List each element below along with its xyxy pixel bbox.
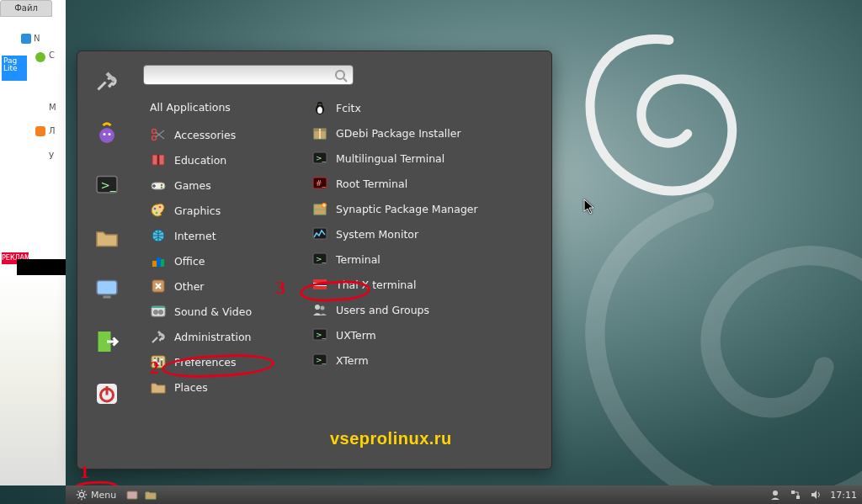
category-office[interactable]: Office — [143, 248, 296, 273]
category-label: Administration — [174, 331, 251, 343]
category-label: Education — [174, 154, 226, 167]
app-label: System Monitor — [336, 228, 418, 241]
users-icon — [311, 301, 328, 318]
folder-icon — [150, 379, 167, 395]
palette-icon — [150, 202, 167, 219]
favorite-terminal[interactable]: >_ — [93, 171, 121, 199]
category-internet[interactable]: Internet — [143, 223, 296, 248]
app-users[interactable]: Users and Groups — [305, 297, 551, 322]
favorite-logout[interactable] — [93, 327, 121, 356]
rootterm-icon: #_ — [311, 175, 328, 192]
category-other[interactable]: Other — [143, 273, 296, 299]
app-uxterm[interactable]: >_UXTerm — [305, 322, 551, 347]
svg-point-37 — [160, 358, 162, 360]
panel-show-desktop-icon[interactable] — [126, 489, 138, 501]
menu-search[interactable] — [143, 65, 354, 85]
category-accessories[interactable]: Accessories — [143, 122, 296, 147]
category-label: Places — [174, 381, 208, 394]
category-preferences[interactable]: Preferences — [143, 349, 296, 374]
category-label: Other — [174, 280, 205, 293]
app-label: Multilingual Terminal — [336, 152, 444, 165]
tray-network-icon[interactable] — [790, 489, 801, 501]
left-cropped-strip: Файл N Pag Lite C M Л У РЕКЛАМА — [0, 0, 66, 485]
app-fcitx[interactable]: Fcitx — [305, 95, 551, 120]
svg-point-17 — [161, 184, 162, 186]
svg-point-60 — [321, 306, 325, 310]
favorite-settings[interactable] — [93, 66, 121, 95]
svg-text:>_: >_ — [101, 178, 116, 192]
games-icon — [150, 177, 167, 194]
globe-icon — [150, 227, 167, 244]
clock[interactable]: 17:11 — [830, 490, 857, 501]
term-icon: >_ — [311, 251, 328, 268]
application-menu: >_ All Applications AccessoriesEducation… — [77, 50, 552, 470]
category-education[interactable]: Education — [143, 147, 296, 172]
svg-line-71 — [84, 497, 85, 498]
svg-point-35 — [153, 358, 156, 361]
svg-point-65 — [79, 492, 83, 496]
logout-icon — [94, 329, 120, 354]
termfav-icon: >_ — [94, 172, 120, 198]
app-label: Terminal — [336, 253, 380, 266]
svg-point-1 — [104, 133, 106, 135]
shutdown-icon — [94, 381, 120, 406]
app-thaix[interactable]: Thai X terminal — [305, 272, 551, 297]
svg-rect-58 — [313, 286, 327, 289]
app-terminal[interactable]: >_Terminal — [305, 247, 551, 272]
favorite-shutdown[interactable] — [93, 379, 121, 408]
menu-all-applications[interactable]: All Applications — [143, 95, 296, 120]
all-applications-label: All Applications — [150, 101, 231, 114]
svg-point-19 — [154, 208, 157, 210]
penguin-icon — [311, 99, 328, 116]
svg-text:>_: >_ — [316, 331, 327, 339]
svg-rect-23 — [152, 261, 157, 267]
category-places[interactable]: Places — [143, 374, 296, 400]
category-graphics[interactable]: Graphics — [143, 198, 296, 223]
sysmon-icon — [311, 225, 328, 242]
menu-search-input[interactable] — [149, 67, 331, 82]
tools-icon — [94, 68, 120, 93]
term-icon: >_ — [311, 352, 328, 369]
svg-point-21 — [159, 206, 162, 209]
page-lite-icon: Pag Lite — [2, 56, 27, 81]
tray-sound-icon[interactable] — [810, 489, 822, 501]
svg-text:>_: >_ — [316, 356, 327, 364]
app-sysmon[interactable]: System Monitor — [305, 221, 551, 247]
category-label: Preferences — [174, 356, 237, 369]
svg-point-29 — [153, 310, 158, 315]
menu-categories-column: All Applications AccessoriesEducationGam… — [136, 51, 296, 469]
svg-rect-45 — [319, 129, 321, 139]
svg-rect-57 — [313, 284, 327, 285]
prefs-icon — [150, 353, 167, 370]
app-synaptic[interactable]: Synaptic Package Manager — [305, 196, 551, 221]
svg-line-72 — [78, 497, 79, 498]
svg-rect-55 — [313, 279, 327, 283]
app-mlterm[interactable]: >_Multilingual Terminal — [305, 146, 551, 171]
favorite-pidgin[interactable] — [93, 119, 121, 147]
tray-user-icon[interactable] — [769, 489, 781, 501]
category-label: Games — [174, 179, 211, 192]
app-xterm[interactable]: >_XTerm — [305, 347, 551, 373]
panel-files-icon[interactable] — [145, 489, 157, 501]
category-label: Graphics — [174, 204, 221, 217]
app-rootterm[interactable]: #_Root Terminal — [305, 171, 551, 196]
app-gdebi[interactable]: GDebi Package Installer — [305, 120, 551, 146]
app-label: XTerm — [336, 354, 369, 367]
term-icon: >_ — [311, 150, 328, 167]
favorite-display[interactable] — [93, 275, 121, 304]
office-icon — [150, 252, 167, 269]
svg-point-39 — [317, 107, 322, 114]
menu-button[interactable]: Menu — [71, 487, 121, 502]
folder-icon — [94, 225, 120, 250]
favorite-files[interactable] — [93, 223, 121, 252]
svg-point-18 — [161, 187, 162, 188]
category-games[interactable]: Games — [143, 172, 296, 198]
svg-text:#_: #_ — [316, 179, 327, 188]
other-icon — [150, 278, 167, 294]
app-label: Root Terminal — [336, 178, 407, 190]
svg-point-20 — [156, 212, 158, 215]
svg-rect-15 — [157, 155, 159, 165]
menu-button-label: Menu — [91, 490, 116, 501]
category-administration[interactable]: Administration — [143, 324, 296, 349]
category-sound-video[interactable]: Sound & Video — [143, 299, 296, 324]
